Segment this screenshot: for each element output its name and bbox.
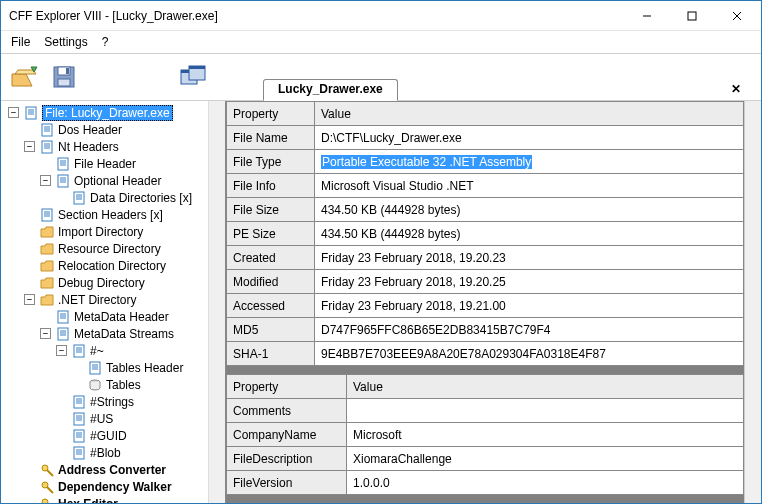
tree-item[interactable]: Dos Header	[4, 121, 225, 138]
version-info-grid: Property Value CommentsCompanyNameMicros…	[226, 374, 744, 495]
cell-value[interactable]: Microsoft Visual Studio .NET	[315, 174, 744, 198]
col-value[interactable]: Value	[315, 102, 744, 126]
tree-scrollbar[interactable]	[208, 101, 225, 503]
wand-icon	[39, 479, 55, 495]
tree-item[interactable]: #US	[4, 410, 225, 427]
expand-toggle[interactable]: −	[24, 141, 35, 152]
svg-rect-20	[42, 141, 52, 153]
cell-value[interactable]	[347, 399, 744, 423]
tree-item[interactable]: File Header	[4, 155, 225, 172]
table-row[interactable]: FileVersion1.0.0.0	[227, 471, 744, 495]
tree-item[interactable]: Address Converter	[4, 461, 225, 478]
tree-item[interactable]: #GUID	[4, 427, 225, 444]
maximize-button[interactable]	[669, 2, 714, 30]
tab-file[interactable]: Lucky_Drawer.exe	[263, 79, 398, 101]
tab-close-icon[interactable]: ✕	[731, 82, 741, 96]
table-row[interactable]: ModifiedFriday 23 February 2018, 19.20.2…	[227, 270, 744, 294]
cell-value[interactable]: Friday 23 February 2018, 19.20.25	[315, 270, 744, 294]
close-button[interactable]	[714, 2, 759, 30]
page-icon	[55, 309, 71, 325]
table-row[interactable]: CompanyNameMicrosoft	[227, 423, 744, 447]
table-row[interactable]: FileDescriptionXiomaraChallenge	[227, 447, 744, 471]
svg-rect-36	[42, 209, 52, 221]
cell-value[interactable]: 434.50 KB (444928 bytes)	[315, 198, 744, 222]
expand-toggle[interactable]: −	[24, 294, 35, 305]
folder-icon	[39, 275, 55, 291]
table-row[interactable]: Comments	[227, 399, 744, 423]
tree-item[interactable]: Resource Directory	[4, 240, 225, 257]
cell-property: FileVersion	[227, 471, 347, 495]
table-row[interactable]: MD5D747F965FFC86B65E2DB83415B7C79F4	[227, 318, 744, 342]
menu-file[interactable]: File	[11, 35, 30, 49]
tree-item-label: #GUID	[90, 429, 127, 443]
tree-item[interactable]: −.NET Directory	[4, 291, 225, 308]
svg-rect-69	[74, 447, 84, 459]
cell-value[interactable]: 1.0.0.0	[347, 471, 744, 495]
tree-item-label: Optional Header	[74, 174, 161, 188]
tree-item[interactable]: MetaData Header	[4, 308, 225, 325]
cell-value[interactable]: Microsoft	[347, 423, 744, 447]
tab-label: Lucky_Drawer.exe	[278, 82, 383, 96]
cell-value[interactable]: XiomaraChallenge	[347, 447, 744, 471]
tree-item[interactable]: −#~	[4, 342, 225, 359]
tree-item[interactable]: Import Directory	[4, 223, 225, 240]
tree-item[interactable]: Tables Header	[4, 359, 225, 376]
tree-item[interactable]: −Optional Header	[4, 172, 225, 189]
table-row[interactable]: AccessedFriday 23 February 2018, 19.21.0…	[227, 294, 744, 318]
cell-value[interactable]: 9E4BB7E703EEE9A8A20E78A029304FA0318E4F87	[315, 342, 744, 366]
cell-value[interactable]: Portable Executable 32 .NET Assembly	[315, 150, 744, 174]
tree-item[interactable]: Dependency Walker	[4, 478, 225, 495]
cell-value[interactable]: D747F965FFC86B65E2DB83415B7C79F4	[315, 318, 744, 342]
menu-help[interactable]: ?	[102, 35, 109, 49]
svg-point-77	[42, 499, 48, 504]
tree-item[interactable]: #Strings	[4, 393, 225, 410]
table-row[interactable]: File NameD:\CTF\Lucky_Drawer.exe	[227, 126, 744, 150]
tree-item[interactable]: Tables	[4, 376, 225, 393]
svg-rect-28	[58, 175, 68, 187]
minimize-button[interactable]	[624, 2, 669, 30]
tree-item-label: Debug Directory	[58, 276, 145, 290]
tree-item[interactable]: Section Headers [x]	[4, 206, 225, 223]
tree-item[interactable]: Hex Editor	[4, 495, 225, 503]
cell-value[interactable]: 434.50 KB (444928 bytes)	[315, 222, 744, 246]
expand-toggle[interactable]: −	[40, 175, 51, 186]
tree-item[interactable]: Debug Directory	[4, 274, 225, 291]
tree-item[interactable]: Relocation Directory	[4, 257, 225, 274]
cell-value[interactable]: Friday 23 February 2018, 19.21.00	[315, 294, 744, 318]
save-icon[interactable]	[49, 62, 79, 92]
tree-item[interactable]: Data Directories [x]	[4, 189, 225, 206]
tree-item[interactable]: −Nt Headers	[4, 138, 225, 155]
menu-settings[interactable]: Settings	[44, 35, 87, 49]
expand-toggle[interactable]: −	[8, 107, 19, 118]
content-area: −File: Lucky_Drawer.exeDos Header−Nt Hea…	[1, 101, 761, 503]
tree-item-label: Dependency Walker	[58, 480, 172, 494]
svg-rect-11	[189, 66, 205, 69]
col-value[interactable]: Value	[347, 375, 744, 399]
cell-value[interactable]: Friday 23 February 2018, 19.20.23	[315, 246, 744, 270]
table-row[interactable]: File TypePortable Executable 32 .NET Ass…	[227, 150, 744, 174]
page-icon	[71, 394, 87, 410]
table-row[interactable]: File Size434.50 KB (444928 bytes)	[227, 198, 744, 222]
cell-value[interactable]: D:\CTF\Lucky_Drawer.exe	[315, 126, 744, 150]
tree-item[interactable]: #Blob	[4, 444, 225, 461]
tree-item[interactable]: −File: Lucky_Drawer.exe	[4, 104, 225, 121]
windows-icon[interactable]	[179, 62, 209, 92]
page-icon	[39, 207, 55, 223]
col-property[interactable]: Property	[227, 102, 315, 126]
cell-property: SHA-1	[227, 342, 315, 366]
expand-toggle[interactable]: −	[40, 328, 51, 339]
open-icon[interactable]	[9, 62, 39, 92]
page-icon	[55, 173, 71, 189]
tree-item-label: File: Lucky_Drawer.exe	[42, 105, 173, 121]
detail-vscrollbar[interactable]	[744, 101, 761, 503]
col-property[interactable]: Property	[227, 375, 347, 399]
table-row[interactable]: PE Size434.50 KB (444928 bytes)	[227, 222, 744, 246]
cell-property: File Name	[227, 126, 315, 150]
expand-toggle[interactable]: −	[56, 345, 67, 356]
table-row[interactable]: SHA-19E4BB7E703EEE9A8A20E78A029304FA0318…	[227, 342, 744, 366]
cell-property: CompanyName	[227, 423, 347, 447]
tree-item[interactable]: −MetaData Streams	[4, 325, 225, 342]
tree-item-label: MetaData Streams	[74, 327, 174, 341]
table-row[interactable]: File InfoMicrosoft Visual Studio .NET	[227, 174, 744, 198]
table-row[interactable]: CreatedFriday 23 February 2018, 19.20.23	[227, 246, 744, 270]
